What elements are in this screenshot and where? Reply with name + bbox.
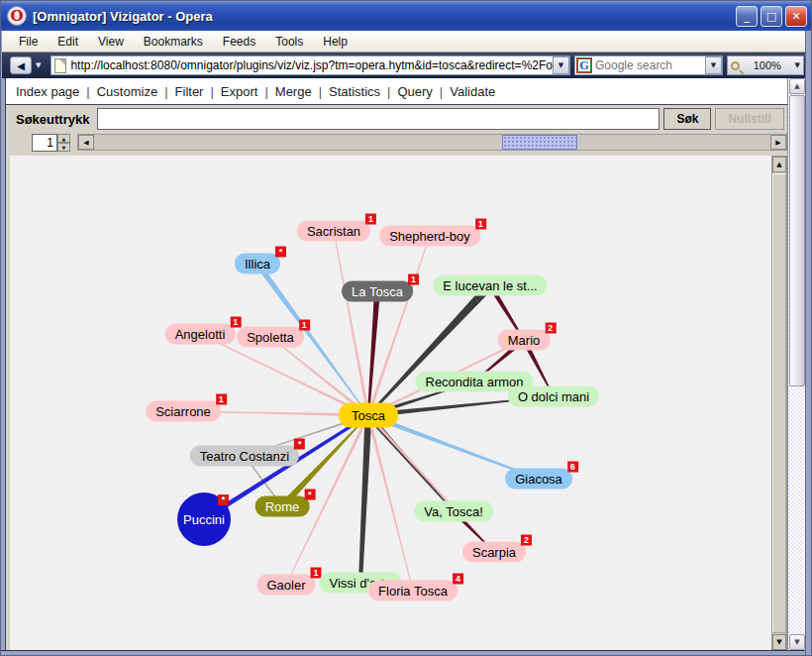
node-badge: 1 — [230, 317, 241, 328]
node-badge: 1 — [408, 274, 419, 285]
link-separator: | — [314, 84, 327, 99]
window-frame-right — [805, 31, 811, 656]
graph-node-gaoler[interactable]: Gaoler1 — [256, 575, 315, 596]
graph-node-giacosa[interactable]: Giacosa6 — [505, 469, 572, 490]
menu-help[interactable]: Help — [314, 32, 356, 52]
menu-view[interactable]: View — [89, 32, 133, 52]
web-search-input[interactable] — [595, 58, 705, 72]
address-input[interactable] — [70, 58, 553, 72]
node-badge: 1 — [365, 214, 376, 225]
address-dropdown-button[interactable]: ▼ — [553, 56, 569, 74]
node-label: Illica — [245, 257, 270, 272]
graph-canvas[interactable]: Sacristan1Shepherd-boy1Illica*La Tosca1E… — [10, 156, 771, 651]
graph-node-elucevan[interactable]: E lucevan le st... — [433, 275, 547, 296]
browser-scroll-up-icon[interactable]: ▲ — [789, 78, 805, 94]
browser-window: O [Omnigator] Vizigator - Opera _ □ ✕ Fi… — [0, 0, 812, 656]
navigation-toolbar: ◀ ▼ ▼ G ▼ 100% ▼ — [2, 53, 808, 78]
node-badge: 1 — [475, 219, 486, 230]
link-filter[interactable]: Filter — [173, 84, 206, 99]
vertical-scrollbar[interactable]: ▲ ▼ — [771, 156, 787, 651]
link-separator: | — [159, 84, 172, 99]
link-index-page[interactable]: Index page — [14, 84, 81, 99]
node-label: Spoletta — [247, 330, 294, 345]
scroll-up-icon[interactable]: ▲ — [772, 157, 786, 172]
node-badge: * — [275, 247, 286, 258]
search-dropdown-button[interactable]: ▼ — [705, 56, 722, 74]
graph-node-illica[interactable]: Illica* — [235, 254, 280, 274]
graph-node-scarpia[interactable]: Scarpia2 — [462, 542, 526, 563]
graph-node-angelotti[interactable]: Angelotti1 — [165, 324, 236, 345]
locality-spinner: ▲ ▼ — [32, 134, 70, 152]
node-badge: 1 — [299, 320, 310, 331]
zoom-level: 100% — [743, 59, 792, 71]
graph-node-teatro[interactable]: Teatro Costanzi* — [190, 446, 299, 467]
browser-scroll-down-icon[interactable]: ▼ — [789, 634, 805, 650]
back-dropdown-icon[interactable]: ▼ — [34, 60, 43, 70]
minimize-button[interactable]: _ — [736, 6, 758, 27]
vizigator-applet: Søkeuttrykk Søk Nullstill ▲ ▼ ◀ ▶ Sacris… — [5, 104, 787, 650]
node-label: Gaoler — [266, 578, 305, 593]
back-button-cluster: ◀ ▼ — [6, 55, 47, 76]
node-label: Giacosa — [515, 472, 562, 487]
browser-scrollbar-thumb[interactable] — [789, 95, 805, 386]
spinner-value[interactable] — [32, 134, 57, 152]
node-badge: 2 — [545, 323, 556, 334]
graph-node-vatosca[interactable]: Va, Tosca! — [414, 501, 493, 522]
zoom-dropdown-icon[interactable]: ▼ — [795, 61, 800, 69]
graph-edge-tosca-vissi — [358, 415, 371, 583]
spinner-down-icon[interactable]: ▼ — [57, 143, 70, 152]
graph-node-odolci[interactable]: O dolci mani — [508, 386, 599, 407]
node-label: Floria Tosca — [378, 584, 448, 599]
graph-node-puccini[interactable]: Puccini* — [177, 492, 231, 546]
graph-edge-tosca-sacristan — [334, 231, 370, 415]
menu-tools[interactable]: Tools — [266, 32, 312, 52]
graph-node-mario[interactable]: Mario2 — [498, 330, 551, 351]
maximize-button[interactable]: □ — [761, 6, 782, 27]
link-merge[interactable]: Merge — [273, 84, 314, 99]
browser-scrollbar[interactable]: ▲ ▼ — [787, 78, 805, 651]
node-label: Angelotti — [175, 327, 226, 342]
graph-node-spoletta[interactable]: Spoletta1 — [237, 327, 304, 348]
close-button[interactable]: ✕ — [785, 6, 807, 27]
window-frame-bottom — [1, 650, 811, 655]
web-search-bar: G ▼ — [574, 55, 723, 75]
graph-node-sacristan[interactable]: Sacristan1 — [297, 221, 370, 242]
node-badge: * — [218, 494, 229, 505]
zoom-control[interactable]: 100% ▼ — [727, 55, 804, 75]
menu-edit[interactable]: Edit — [49, 32, 87, 52]
document-icon — [54, 58, 66, 73]
link-validate[interactable]: Validate — [448, 84, 497, 99]
menu-file[interactable]: File — [10, 32, 47, 52]
node-badge: 1 — [216, 394, 227, 405]
node-label: La Tosca — [352, 284, 403, 299]
link-query[interactable]: Query — [395, 84, 434, 99]
graph-node-floria[interactable]: Floria Tosca4 — [368, 581, 457, 601]
scroll-down-icon[interactable]: ▼ — [772, 634, 786, 650]
back-button[interactable]: ◀ — [10, 56, 32, 74]
graph-node-sciarrone[interactable]: Sciarrone1 — [146, 401, 221, 422]
link-statistics[interactable]: Statistics — [327, 84, 382, 99]
graph-node-latosca[interactable]: La Tosca1 — [342, 281, 413, 302]
link-customize[interactable]: Customize — [95, 84, 159, 99]
reset-button: Nullstill — [715, 108, 783, 130]
graph-node-tosca[interactable]: Tosca — [339, 403, 398, 428]
link-separator: | — [81, 84, 94, 99]
spinner-up-icon[interactable]: ▲ — [57, 134, 70, 143]
vertical-scrollbar-thumb[interactable] — [772, 173, 786, 633]
horizontal-scrollbar-thumb[interactable] — [502, 135, 577, 150]
node-label: O dolci mani — [518, 389, 589, 404]
graph-node-rome[interactable]: Rome* — [255, 496, 310, 517]
graph-node-shepherd[interactable]: Shepherd-boy1 — [379, 226, 480, 247]
scroll-left-icon[interactable]: ◀ — [78, 135, 94, 150]
search-expression-input[interactable] — [97, 108, 660, 130]
menu-feeds[interactable]: Feeds — [214, 32, 264, 52]
scroll-right-icon[interactable]: ▶ — [770, 135, 786, 150]
node-badge: 2 — [521, 535, 532, 546]
horizontal-scrollbar[interactable]: ◀ ▶ — [77, 134, 787, 151]
link-export[interactable]: Export — [219, 84, 260, 99]
search-button[interactable]: Søk — [663, 108, 711, 130]
link-separator: | — [259, 84, 272, 99]
node-label: Rome — [265, 499, 300, 514]
menu-bookmarks[interactable]: Bookmarks — [135, 32, 212, 52]
node-badge: 6 — [567, 462, 578, 473]
